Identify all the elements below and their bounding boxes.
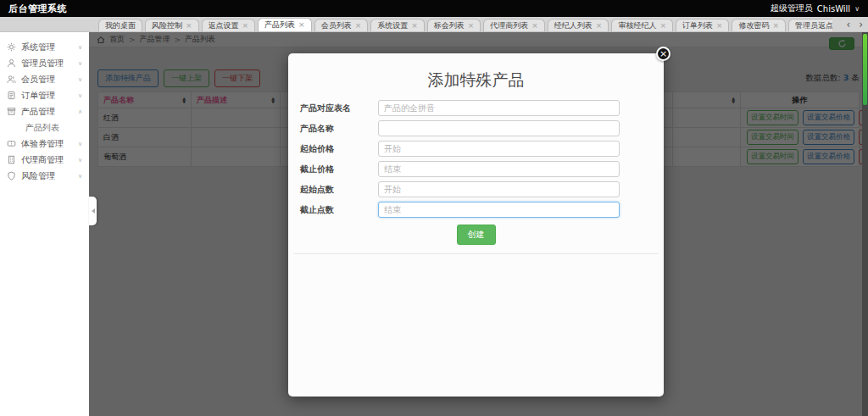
tab-order-list[interactable]: 订单列表× [676, 19, 730, 31]
sidebar-item-member[interactable]: 会员管理 ∨ [0, 71, 89, 87]
field-label-table-name: 产品对应表名 [300, 103, 378, 114]
tab-risk-control[interactable]: 风险控制× [145, 19, 199, 31]
tab-my-desktop[interactable]: 我的桌面 [98, 19, 142, 31]
user-menu[interactable]: 超级管理员 ChisWill ∨ [771, 3, 860, 14]
field-label-product-name: 产品名称 [300, 123, 378, 135]
tab-change-password[interactable]: 修改密码× [732, 19, 786, 31]
scrollbar-track[interactable] [862, 32, 868, 416]
user-role: 超级管理员 [771, 3, 813, 14]
user-name: ChisWill [817, 4, 850, 14]
tab-scroll-left-icon[interactable]: ‹ [846, 19, 850, 31]
close-icon[interactable]: × [355, 22, 362, 30]
tab-strip: 我的桌面 风险控制× 返点设置× 产品列表× 会员列表× 系统设置× 标会列表×… [98, 18, 832, 31]
field-label-end-price: 截止价格 [300, 164, 378, 175]
form-row: 截止点数 [300, 202, 620, 218]
start-price-input[interactable] [378, 141, 620, 157]
sidebar: 系统管理 ∨ 管理员管理 ∨ 会员管理 ∨ 订单管理 ∨ 产品管理 ∧ 产品列表 [0, 32, 89, 416]
tab-scroll-arrows: ‹ › [846, 19, 863, 31]
sidebar-item-ticket[interactable]: 体验券管理 ∨ [0, 136, 89, 152]
close-icon[interactable]: × [298, 21, 305, 29]
chevron-up-icon: ∧ [78, 108, 82, 115]
tab-scroll-right-icon[interactable]: › [859, 19, 863, 31]
add-special-product-modal: × 添加特殊产品 产品对应表名 产品名称 起始价格 截止价格 起始点数 [288, 53, 664, 397]
close-icon[interactable]: × [242, 22, 249, 30]
sidebar-collapse-handle[interactable] [89, 197, 97, 225]
product-name-input[interactable] [378, 120, 620, 136]
close-icon[interactable]: × [659, 22, 666, 30]
divider [293, 253, 659, 254]
end-price-input[interactable] [378, 161, 620, 177]
scrollbar-thumb[interactable] [863, 34, 867, 105]
member-icon [7, 75, 16, 84]
sidebar-item-system[interactable]: 系统管理 ∨ [0, 39, 89, 55]
form-row: 截止价格 [300, 161, 620, 177]
sidebar-item-product[interactable]: 产品管理 ∧ [0, 103, 89, 119]
field-label-start-price: 起始价格 [300, 143, 378, 155]
sidebar-item-order[interactable]: 订单管理 ∨ [0, 87, 89, 103]
close-icon[interactable]: × [468, 22, 475, 30]
form-row: 起始点数 [300, 181, 620, 197]
form-row: 起始价格 [300, 141, 620, 157]
sidebar-item-admin[interactable]: 管理员管理 ∨ [0, 55, 89, 71]
sidebar-item-agent[interactable]: 代理商管理 ∨ [0, 152, 89, 168]
app-title: 后台管理系统 [8, 3, 67, 15]
close-icon[interactable]: × [656, 47, 670, 61]
gear-icon [7, 42, 16, 52]
field-label-end-points: 截止点数 [300, 204, 378, 216]
close-icon[interactable]: × [716, 22, 723, 30]
tab-agent-list[interactable]: 代理商列表× [483, 19, 545, 31]
form-row: 产品对应表名 [300, 100, 620, 116]
tab-bid-list[interactable]: 标会列表× [427, 19, 481, 31]
agent-icon [7, 155, 16, 164]
tab-system-settings[interactable]: 系统设置× [370, 19, 425, 31]
close-icon[interactable]: × [531, 22, 538, 30]
chevron-left-icon [92, 208, 95, 214]
close-icon[interactable]: × [186, 22, 192, 30]
chevron-down-icon: ∨ [78, 76, 82, 83]
chevron-down-icon: ∨ [78, 141, 82, 147]
sidebar-item-risk[interactable]: 风险管理 ∨ [0, 168, 89, 184]
tab-broker-list[interactable]: 经纪人列表× [548, 19, 609, 31]
tab-rebate-settings[interactable]: 返点设置× [202, 19, 256, 31]
end-points-input[interactable] [378, 202, 620, 218]
chevron-down-icon: ∨ [78, 173, 82, 180]
chevron-down-icon: ∨ [78, 44, 82, 51]
tab-broker-review[interactable]: 审核经纪人× [611, 19, 673, 31]
risk-icon [7, 171, 16, 180]
tab-admin-rebate-log[interactable]: 管理员返点记录列表× [788, 19, 832, 31]
chevron-down-icon: ∨ [78, 92, 82, 99]
modal-title: 添加特殊产品 [288, 70, 664, 89]
close-icon[interactable]: × [411, 22, 418, 30]
close-icon[interactable]: × [772, 22, 779, 30]
modal-form: 产品对应表名 产品名称 起始价格 截止价格 起始点数 截止点数 [288, 100, 664, 254]
table-name-input[interactable] [378, 100, 620, 116]
form-actions: 创建 [288, 225, 664, 245]
product-icon [7, 107, 16, 116]
tab-product-list[interactable]: 产品列表× [258, 18, 312, 31]
body: 系统管理 ∨ 管理员管理 ∨ 会员管理 ∨ 订单管理 ∨ 产品管理 ∧ 产品列表 [0, 32, 868, 416]
ticket-icon [7, 139, 16, 148]
create-button[interactable]: 创建 [457, 225, 496, 245]
field-label-start-points: 起始点数 [300, 184, 378, 196]
admin-icon [7, 58, 16, 68]
topbar: 后台管理系统 超级管理员 ChisWill ∨ [0, 0, 868, 17]
start-points-input[interactable] [378, 181, 620, 197]
form-row: 产品名称 [300, 120, 620, 136]
tabbar: 我的桌面 风险控制× 返点设置× 产品列表× 会员列表× 系统设置× 标会列表×… [0, 17, 868, 32]
close-icon[interactable]: × [596, 22, 603, 30]
tab-member-list[interactable]: 会员列表× [314, 19, 369, 31]
order-icon [7, 91, 16, 100]
sidebar-item-product-list[interactable]: 产品列表 [0, 119, 89, 136]
chevron-down-icon: ∨ [78, 157, 82, 164]
chevron-down-icon: ∨ [854, 5, 860, 13]
chevron-down-icon: ∨ [78, 60, 82, 67]
